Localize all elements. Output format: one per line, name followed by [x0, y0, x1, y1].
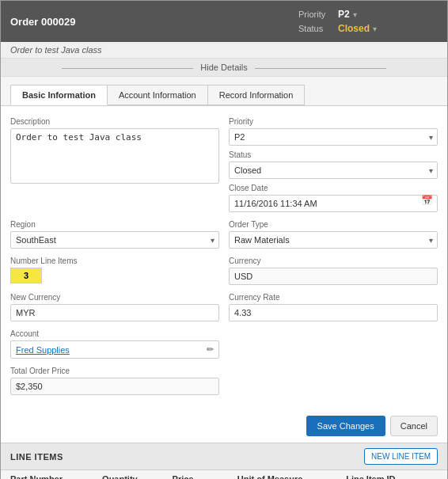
- line-items-title: LINE ITEMS: [10, 452, 63, 462]
- tab-record-information[interactable]: Record Information: [207, 85, 306, 105]
- priority-input[interactable]: [229, 128, 438, 146]
- currency-rate-input[interactable]: [229, 304, 438, 321]
- priority-value: P2: [338, 9, 350, 20]
- status-field: Status Closed ▾: [298, 23, 438, 34]
- region-select-wrapper: ▾: [10, 231, 219, 249]
- col-description: Description: [10, 117, 219, 212]
- order-subtitle: Order to test Java class: [1, 42, 447, 58]
- row-description-priority: Description Priority ▾ Status ▾ Close Da…: [10, 117, 438, 212]
- status-input[interactable]: [229, 162, 438, 179]
- tab-basic-information[interactable]: Basic Information: [10, 85, 108, 105]
- tab-basic-information-label: Basic Information: [22, 90, 96, 100]
- row-region-ordertype: Region ▾ Order Type ▾: [10, 220, 438, 249]
- number-line-items-box: 3: [10, 268, 42, 283]
- col-header-price: Price: [163, 470, 228, 480]
- edit-account-icon[interactable]: ✏: [207, 344, 214, 355]
- row-total-price: Total Order Price: [10, 367, 438, 395]
- col-header-quantity: Quantity: [93, 470, 162, 480]
- col-new-currency: New Currency: [10, 293, 219, 321]
- tab-record-information-label: Record Information: [219, 90, 294, 100]
- col-header-part-number: Part Number: [1, 470, 93, 480]
- close-date-label: Close Date: [229, 184, 438, 192]
- col-account: Account Fred Supplies ✏: [10, 329, 219, 359]
- account-link[interactable]: Fred Supplies: [16, 345, 70, 355]
- order-type-select-wrapper: ▾: [229, 231, 438, 249]
- priority-dropdown-arrow[interactable]: ▾: [353, 10, 357, 19]
- account-label: Account: [10, 329, 219, 338]
- account-row: Fred Supplies ✏: [10, 340, 219, 359]
- close-date-input[interactable]: [229, 195, 438, 212]
- col-number-line-items: Number Line Items 3: [10, 257, 219, 285]
- status-form-label: Status: [229, 150, 438, 159]
- col-header-line-item-id: Line Item ID: [336, 470, 447, 480]
- new-currency-input[interactable]: [10, 304, 219, 321]
- order-number: Order 000029: [1, 1, 289, 42]
- region-label: Region: [10, 220, 219, 229]
- priority-field: Priority P2 ▾: [298, 9, 438, 20]
- col-header-unit: Unit of Measure: [228, 470, 336, 480]
- order-type-input[interactable]: [229, 231, 438, 249]
- cancel-button[interactable]: Cancel: [390, 416, 438, 436]
- tabs-bar: Basic Information Account Information Re…: [1, 77, 447, 105]
- line-items-header: LINE ITEMS NEW LINE ITEM: [1, 443, 447, 469]
- order-number-label: Order 000029: [10, 16, 75, 28]
- actions-row: Save Changes Cancel: [1, 411, 447, 443]
- new-line-item-button[interactable]: NEW LINE ITEM: [364, 448, 438, 465]
- tab-account-information[interactable]: Account Information: [107, 85, 208, 105]
- new-currency-label: New Currency: [10, 293, 219, 302]
- header-fields: Priority P2 ▾ Status Closed ▾: [289, 1, 447, 42]
- status-dropdown-arrow[interactable]: ▾: [373, 25, 377, 33]
- subtitle-text: Order to test Java class: [10, 45, 102, 55]
- col-empty-total-row: [229, 367, 438, 395]
- priority-select-wrapper: ▾: [229, 128, 438, 146]
- priority-form-label: Priority: [229, 117, 438, 126]
- col-priority-status-date: Priority ▾ Status ▾ Close Date 📅: [229, 117, 438, 212]
- tab-account-information-label: Account Information: [119, 90, 196, 100]
- total-order-price-input: [10, 378, 219, 395]
- hide-details-bar[interactable]: Hide Details: [1, 58, 447, 77]
- hide-details-label: Hide Details: [200, 63, 247, 72]
- number-line-items-label: Number Line Items: [10, 257, 219, 265]
- close-date-wrapper: 📅: [229, 195, 438, 212]
- currency-label: Currency: [229, 257, 438, 265]
- status-value: Closed: [338, 23, 370, 34]
- col-total-price: Total Order Price: [10, 367, 219, 395]
- line-items-table: Part Number Quantity Price Unit of Measu…: [1, 469, 447, 479]
- row-account: Account Fred Supplies ✏: [10, 329, 438, 359]
- description-textarea[interactable]: [10, 128, 219, 184]
- total-order-price-label: Total Order Price: [10, 367, 219, 375]
- currency-rate-label: Currency Rate: [229, 293, 438, 302]
- col-order-type: Order Type ▾: [229, 220, 438, 249]
- region-input[interactable]: [10, 231, 219, 249]
- col-region: Region ▾: [10, 220, 219, 249]
- calendar-icon[interactable]: 📅: [421, 195, 433, 206]
- save-button[interactable]: Save Changes: [306, 416, 385, 436]
- number-line-items-value: 3: [24, 271, 28, 280]
- description-label: Description: [10, 117, 219, 126]
- status-select-wrapper: ▾: [229, 162, 438, 179]
- col-empty-account-row: [229, 329, 438, 359]
- table-header-row: Part Number Quantity Price Unit of Measu…: [1, 470, 447, 480]
- priority-label: Priority: [298, 10, 338, 19]
- col-currency: Currency: [229, 257, 438, 285]
- status-label: Status: [298, 24, 338, 33]
- order-type-label: Order Type: [229, 220, 438, 229]
- form-area: Description Priority ▾ Status ▾ Close Da…: [1, 105, 447, 411]
- col-currency-rate: Currency Rate: [229, 293, 438, 321]
- row-newcurrency-rate: New Currency Currency Rate: [10, 293, 438, 321]
- order-window: Order 000029 Priority P2 ▾ Status Closed…: [0, 0, 448, 479]
- header-bar: Order 000029 Priority P2 ▾ Status Closed…: [1, 1, 447, 42]
- currency-input[interactable]: [229, 268, 438, 285]
- row-numlineitems-currency: Number Line Items 3 Currency: [10, 257, 438, 285]
